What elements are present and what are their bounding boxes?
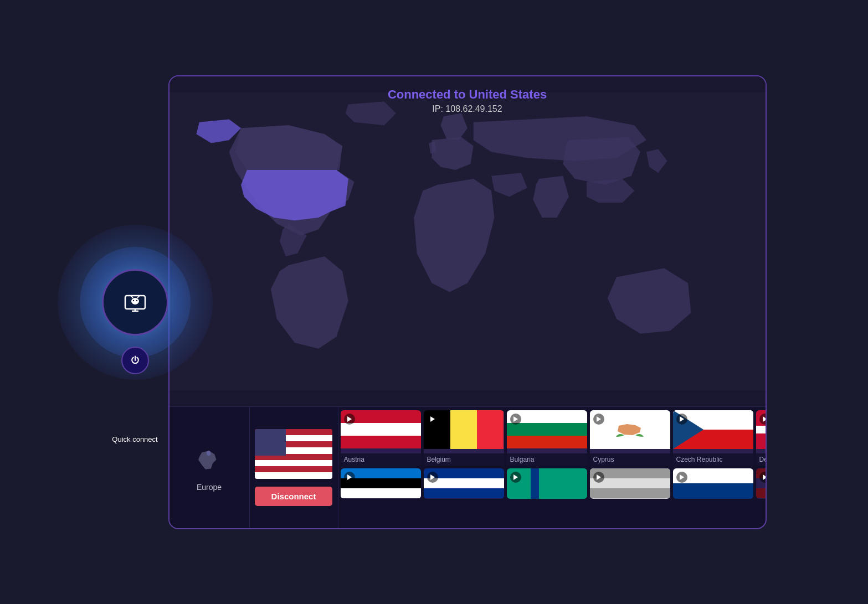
connection-status: Connected to United States IP: 108.62.49… — [388, 87, 547, 114]
svg-line-6 — [137, 296, 139, 298]
android-tv-button[interactable] — [102, 269, 168, 335]
play-icon-row2-3 — [510, 472, 521, 483]
svg-point-5 — [130, 295, 131, 296]
svg-point-2 — [132, 300, 133, 301]
play-icon-row2-5 — [676, 472, 687, 483]
play-icon-row2-4 — [593, 472, 604, 483]
country-card-austria[interactable]: Austria — [341, 410, 421, 466]
country-card-partial-5[interactable] — [673, 468, 753, 499]
bottom-area: Europe — [170, 406, 766, 528]
current-connection-panel: Disconnect — [250, 407, 338, 528]
belgium-name-label: Belgium — [424, 453, 504, 466]
play-icon-czech — [676, 414, 687, 425]
country-card-partial-2[interactable] — [424, 468, 504, 499]
europe-sidebar[interactable]: Europe — [170, 407, 250, 528]
cyprus-name-label: Cyprus — [590, 453, 670, 466]
play-icon-austria — [344, 414, 355, 425]
europe-map-icon — [191, 443, 227, 479]
glow-decoration: Quick connect — [58, 225, 213, 380]
us-flag — [255, 429, 332, 479]
country-card-belgium[interactable]: Belgium — [424, 410, 504, 466]
country-card-partial-6[interactable] — [756, 468, 766, 499]
austria-name-label: Austria — [341, 453, 421, 466]
play-icon-row2-1 — [344, 472, 355, 483]
tv-panel: Connected to United States IP: 108.62.49… — [168, 75, 767, 529]
czech-name-label: Czech Republic — [673, 453, 753, 466]
country-card-bulgaria[interactable]: Bulgaria — [507, 410, 587, 466]
country-card-partial-4[interactable] — [590, 468, 670, 499]
play-icon-bulgaria — [510, 414, 521, 425]
svg-point-3 — [136, 300, 137, 301]
svg-line-4 — [131, 296, 133, 298]
android-tv-icon — [124, 292, 146, 312]
country-card-czech[interactable]: Czech Republic — [673, 410, 753, 466]
ip-text: IP: 108.62.49.152 — [388, 104, 547, 114]
country-card-denmark[interactable]: Denmark — [756, 410, 766, 466]
country-row-2 — [341, 468, 763, 499]
country-card-cyprus[interactable]: Cyprus — [590, 410, 670, 466]
power-button[interactable] — [121, 347, 149, 374]
country-row-1: Austria Belgium — [341, 410, 763, 466]
country-card-partial-3[interactable] — [507, 468, 587, 499]
play-icon-cyprus — [593, 414, 604, 425]
app-wrapper: Quick connect — [102, 75, 767, 529]
play-icon-row2-2 — [427, 472, 438, 483]
quick-connect-label: Quick connect — [112, 435, 157, 443]
map-area: Connected to United States IP: 108.62.49… — [170, 76, 766, 406]
connected-text: Connected to United States — [388, 87, 547, 102]
bulgaria-name-label: Bulgaria — [507, 453, 587, 466]
europe-label: Europe — [197, 483, 222, 492]
denmark-name-label: Denmark — [756, 453, 766, 466]
country-cards-area: Austria Belgium — [338, 407, 766, 528]
power-icon — [130, 355, 141, 366]
world-map-svg — [170, 76, 766, 406]
disconnect-button[interactable]: Disconnect — [255, 487, 332, 506]
country-card-partial-1[interactable] — [341, 468, 421, 499]
svg-point-1 — [131, 298, 139, 304]
play-icon-belgium — [427, 414, 438, 425]
svg-point-7 — [138, 295, 140, 296]
